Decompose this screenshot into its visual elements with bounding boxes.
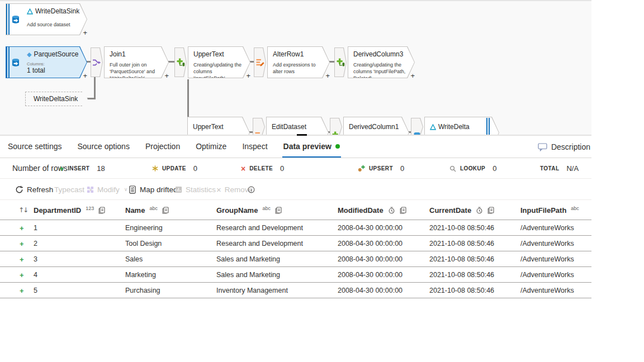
- row-stats-bar: Number of rows + INSERT 18 UPDATE 0 × DE…: [0, 158, 591, 179]
- sort-icon[interactable]: ↑↓: [18, 200, 27, 220]
- source-strip: [6, 47, 22, 78]
- node-description: Add source dataset: [27, 22, 79, 28]
- column-header-currentdate[interactable]: CurrentDate: [429, 200, 494, 220]
- map-drifted-icon: [129, 185, 136, 194]
- derived-column-icon: [337, 58, 345, 66]
- node-uppertext2[interactable]: UpperText: [187, 117, 250, 135]
- node-title: WriteDeltaSink: [35, 7, 79, 15]
- add-transform-icon[interactable]: +: [164, 72, 169, 80]
- join-connector[interactable]: [91, 47, 103, 77]
- node-uppertext[interactable]: UpperText Creating/updating the columns …: [188, 46, 250, 78]
- insert-row-marker-icon: +: [20, 251, 24, 267]
- timestamp-type-icon: [388, 207, 395, 214]
- node-title: Join1: [110, 50, 126, 58]
- map-drifted-button[interactable]: Map drifted: [129, 179, 178, 200]
- node-join1[interactable]: Join1 Full outer join on 'ParquetSource'…: [104, 46, 169, 78]
- delta-icon: [430, 124, 436, 130]
- sink-dataset-connector[interactable]: [411, 118, 423, 135]
- add-transform-icon[interactable]: +: [83, 72, 87, 80]
- table-row: + 2 Tool Design Research and Development…: [0, 236, 591, 251]
- delta-icon: [27, 8, 33, 15]
- insert-row-marker-icon: +: [20, 283, 24, 298]
- stat-update: UPDATE 0: [152, 164, 197, 173]
- tab-source-options[interactable]: Source options: [77, 136, 131, 158]
- source-strip: [6, 4, 22, 35]
- type-badge-number: 123: [86, 206, 94, 211]
- edge-branch-to-row2: [187, 79, 189, 117]
- description-button[interactable]: Description: [538, 136, 590, 158]
- add-transform-icon[interactable]: +: [325, 72, 330, 80]
- info-button[interactable]: [248, 179, 255, 200]
- panel-tabs: Source settings Source options Projectio…: [0, 136, 591, 158]
- column-copy-icon[interactable]: [275, 207, 282, 214]
- statistics-button[interactable]: Statistics: [175, 179, 216, 200]
- add-transform-icon[interactable]: +: [410, 72, 415, 80]
- node-derivedcolumn3[interactable]: DerivedColumn3 Creating/updating the col…: [348, 46, 415, 78]
- info-icon: [248, 186, 255, 193]
- node-derivedcolumn1[interactable]: DerivedColumn1: [343, 117, 409, 135]
- insert-plus-icon: +: [59, 165, 64, 173]
- node-title: UpperText: [193, 50, 224, 58]
- add-transform-icon[interactable]: +: [246, 72, 250, 80]
- node-parquetsource[interactable]: ◆ParquetSource Columns: 1 total +: [6, 46, 87, 78]
- timestamp-type-icon: [476, 207, 483, 214]
- join-icon: [92, 58, 101, 67]
- derived-connector[interactable]: [330, 118, 342, 135]
- node-title: AlterRow1: [273, 50, 304, 58]
- column-header-name[interactable]: Name abc: [125, 200, 169, 220]
- columns-count: 1 total: [27, 66, 79, 74]
- node-editdataset[interactable]: EditDataset: [266, 117, 329, 135]
- alterrow-connector[interactable]: [253, 118, 265, 135]
- column-copy-icon[interactable]: [98, 207, 105, 214]
- table-row: + 5 Purchasing Inventory Management 2008…: [0, 283, 591, 298]
- tab-data-preview[interactable]: Data preview: [282, 136, 341, 158]
- node-description: Full outer join on 'ParquetSource' and '…: [110, 62, 160, 82]
- tab-optimize[interactable]: Optimize: [195, 136, 228, 158]
- sink-bars-icon: [486, 118, 490, 135]
- add-transform-icon[interactable]: +: [83, 28, 87, 37]
- column-copy-icon[interactable]: [400, 207, 406, 214]
- tab-projection[interactable]: Projection: [144, 136, 181, 158]
- column-header-modifieddate[interactable]: ModifiedDate: [338, 200, 406, 220]
- stat-delete: × DELETE 0: [241, 164, 284, 173]
- node-title: DerivedColumn3: [353, 50, 403, 58]
- node-description: Add expressions to alter rows: [273, 62, 321, 75]
- upsert-icon: [358, 165, 365, 172]
- node-alterrow1[interactable]: AlterRow1 Add expressions to alter rows …: [267, 46, 330, 78]
- stat-total: TOTAL N/A: [540, 164, 579, 173]
- node-description: Creating/updating the columns 'InputFile…: [353, 62, 406, 82]
- derived-column-icon: [177, 58, 185, 66]
- node-writedeltasink-source[interactable]: WriteDeltaSink Add source dataset +: [6, 3, 87, 35]
- column-header-inputfilepath[interactable]: InputFilePath abc: [520, 200, 579, 220]
- delete-x-icon: ×: [241, 165, 245, 173]
- update-asterisk-icon: [152, 165, 158, 172]
- tab-source-settings[interactable]: Source settings: [7, 136, 63, 158]
- configuration-panel: Source settings Source options Projectio…: [0, 136, 591, 298]
- chevron-down-icon: ∨: [124, 187, 128, 192]
- stat-upsert: UPSERT 0: [358, 164, 404, 173]
- tab-inspect[interactable]: Inspect: [241, 136, 268, 158]
- column-copy-icon[interactable]: [487, 207, 494, 214]
- type-badge-string: abc: [571, 206, 579, 211]
- alterrow-connector[interactable]: [254, 47, 266, 77]
- data-available-dot-icon: [335, 144, 340, 149]
- parquet-icon: ◆: [27, 51, 31, 58]
- column-header-groupname[interactable]: GroupName abc: [216, 200, 282, 220]
- statistics-chart-icon: [175, 186, 182, 193]
- refresh-icon: [15, 185, 23, 194]
- column-header-departmentid[interactable]: DepartmentID 123: [34, 200, 105, 220]
- preview-table-header: ↑↓ DepartmentID 123 Name abc GroupName a…: [0, 200, 591, 220]
- node-title: DerivedColumn1: [349, 123, 399, 131]
- dataflow-canvas[interactable]: WriteDeltaSink Add source dataset + ◆Par…: [0, 0, 591, 135]
- column-copy-icon[interactable]: [162, 207, 169, 214]
- refresh-button[interactable]: Refresh: [15, 179, 53, 200]
- table-row: + 3 Sales Sales and Marketing 2008-04-30…: [0, 251, 591, 267]
- node-title: ParquetSource: [34, 50, 78, 58]
- derived-connector[interactable]: [174, 47, 187, 77]
- source-bars-icon: [6, 47, 10, 78]
- derived-connector[interactable]: [334, 47, 347, 77]
- node-writedelta-sink[interactable]: WriteDelta: [424, 117, 499, 135]
- modify-button[interactable]: Modify ∨: [87, 179, 127, 200]
- node-reference-writedeltasink[interactable]: WriteDeltaSink: [25, 92, 88, 106]
- type-badge-string: abc: [262, 206, 271, 211]
